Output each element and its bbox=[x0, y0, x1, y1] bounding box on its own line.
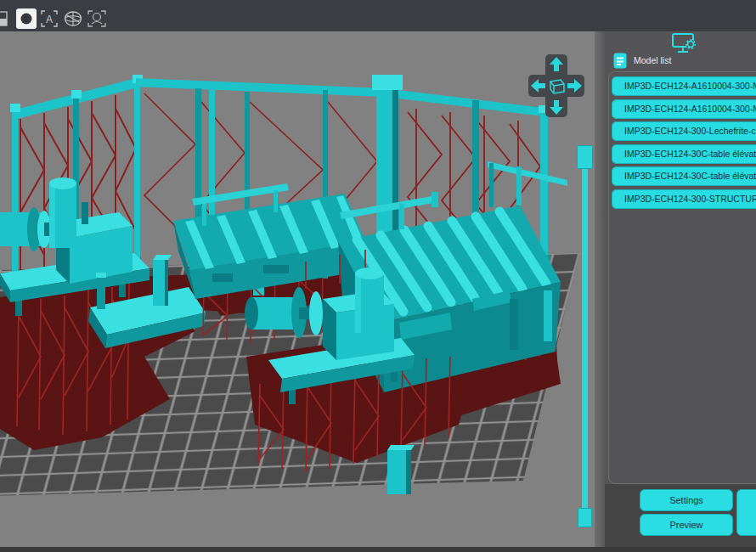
scan-tool-glyph bbox=[87, 9, 107, 28]
sphere-tool-icon[interactable] bbox=[63, 8, 83, 29]
document-list-icon bbox=[613, 53, 627, 69]
model-list-title: Model list bbox=[634, 55, 671, 65]
slicer-app-window: A bbox=[0, 0, 756, 552]
layer-slider-track[interactable] bbox=[582, 151, 588, 525]
model-list-item[interactable]: IMP3D-ECH124-30C-table élévatric bbox=[612, 166, 756, 186]
viewport-3d-scene[interactable] bbox=[0, 31, 597, 547]
scan-tool-icon[interactable] bbox=[87, 8, 107, 29]
sphere-tool-glyph bbox=[63, 9, 83, 28]
preview-button[interactable]: Preview bbox=[640, 514, 733, 536]
circle-tool-glyph bbox=[16, 8, 37, 29]
right-panel: Model list IMP3D-ECH124-A1610004-300-MO … bbox=[605, 31, 756, 552]
layer-slider-handle-top[interactable] bbox=[577, 145, 593, 169]
texture-icon[interactable] bbox=[0, 8, 10, 29]
model-list-container: IMP3D-ECH124-A1610004-300-MO IMP3D-ECH12… bbox=[608, 71, 756, 484]
settings-button[interactable]: Settings bbox=[640, 489, 733, 511]
svg-text:A: A bbox=[46, 14, 53, 25]
model-small-box[interactable] bbox=[387, 445, 415, 494]
window-bottom-edge bbox=[0, 547, 756, 552]
view-nav-pad-glyph bbox=[528, 54, 584, 117]
texture-icon-glyph bbox=[0, 10, 8, 27]
layer-slider-handle-bottom[interactable] bbox=[578, 508, 592, 527]
view-nav-pad[interactable] bbox=[528, 54, 584, 117]
model-list-item[interactable]: IMP3D-ECH124-300-STRUCTURE- bbox=[612, 189, 756, 209]
display-settings-button[interactable] bbox=[669, 31, 698, 55]
model-list-header: Model list bbox=[613, 52, 671, 69]
model-list-item[interactable]: IMP3D-ECH124-A1610004-300-MO bbox=[612, 99, 756, 119]
model-list-item[interactable]: IMP3D-ECH124-300-Lechefrite-coq bbox=[612, 121, 756, 141]
text-tool-icon[interactable]: A bbox=[39, 8, 59, 29]
monitor-gear-icon bbox=[669, 31, 698, 55]
model-list-item[interactable]: IMP3D-ECH124-30C-table élévatric bbox=[612, 144, 756, 164]
top-toolbar: A bbox=[0, 0, 756, 31]
viewport-3d[interactable] bbox=[0, 31, 597, 547]
circle-tool-icon[interactable] bbox=[16, 8, 37, 29]
text-tool-glyph: A bbox=[40, 9, 59, 28]
panel-footer: Settings Preview bbox=[605, 484, 756, 552]
model-list-item[interactable]: IMP3D-ECH124-A1610004-300-MO bbox=[612, 76, 756, 96]
panel-separator bbox=[595, 31, 605, 552]
side-action-button[interactable] bbox=[736, 489, 756, 536]
